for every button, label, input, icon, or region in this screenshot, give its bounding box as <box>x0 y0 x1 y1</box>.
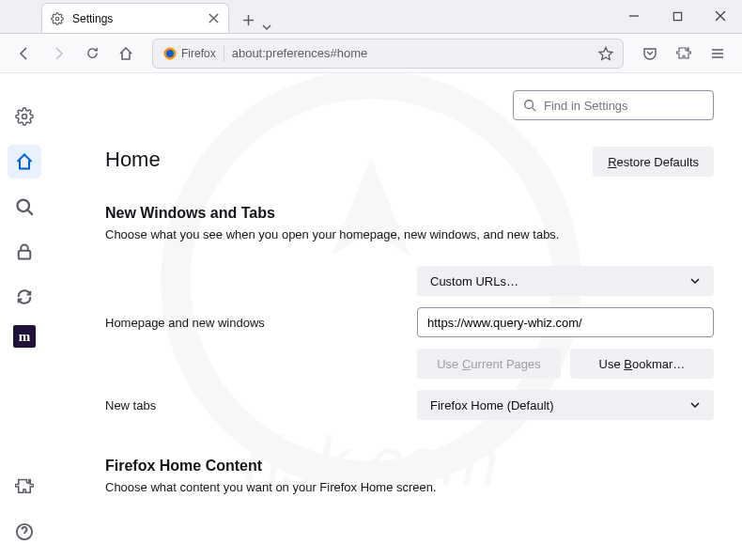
svg-rect-8 <box>19 251 31 259</box>
firefox-icon: Firefox <box>162 46 216 61</box>
sidebar-item-sync[interactable] <box>8 280 41 314</box>
newtabs-dropdown[interactable]: Firefox Home (Default) <box>417 390 714 420</box>
page-title: Home <box>105 148 161 172</box>
sidebar-item-help[interactable] <box>8 515 41 549</box>
homepage-url-input[interactable] <box>427 308 703 336</box>
tabs-dropdown-icon[interactable] <box>261 22 272 33</box>
svg-point-7 <box>18 200 30 212</box>
newtabs-label: New tabs <box>105 398 398 412</box>
restore-defaults-button[interactable]: Restore Defaults <box>593 147 714 177</box>
svg-point-6 <box>23 115 27 119</box>
browser-tab[interactable]: Settings <box>41 3 229 33</box>
find-in-settings[interactable] <box>513 90 714 120</box>
home-button[interactable] <box>111 39 141 69</box>
settings-sidebar: m <box>0 73 49 560</box>
homepage-url-field[interactable] <box>417 307 714 337</box>
sidebar-item-privacy[interactable] <box>8 235 41 269</box>
minimize-button[interactable] <box>612 0 656 33</box>
gear-icon <box>50 11 65 26</box>
app-menu-button[interactable] <box>703 39 733 69</box>
use-bookmark-button[interactable]: Use Bookmar… <box>570 349 714 379</box>
brand-label: Firefox <box>181 47 216 60</box>
svg-point-5 <box>166 50 174 57</box>
section-subtext: Choose what content you want on your Fir… <box>105 480 714 494</box>
dropdown-value: Custom URLs… <box>430 274 518 288</box>
homepage-mode-dropdown[interactable]: Custom URLs… <box>417 266 714 296</box>
new-tab-button[interactable] <box>235 7 261 33</box>
close-icon[interactable] <box>206 11 221 26</box>
url-text[interactable]: about:preferences#home <box>232 46 591 60</box>
window-controls <box>612 0 742 33</box>
close-window-button[interactable] <box>699 0 742 33</box>
dropdown-value: Firefox Home (Default) <box>430 398 553 412</box>
window-titlebar: Settings <box>0 0 742 34</box>
pocket-button[interactable] <box>635 39 665 69</box>
maximize-button[interactable] <box>656 0 699 33</box>
sidebar-item-home[interactable] <box>8 145 41 179</box>
section-subtext: Choose what you see when you open your h… <box>105 227 714 241</box>
address-bar[interactable]: Firefox about:preferences#home <box>152 39 624 69</box>
chevron-down-icon <box>689 399 701 411</box>
back-button[interactable] <box>9 39 39 69</box>
chevron-down-icon <box>689 275 701 287</box>
search-input[interactable] <box>544 99 703 113</box>
browser-toolbar: Firefox about:preferences#home <box>0 34 742 73</box>
svg-point-2 <box>55 17 59 21</box>
extensions-button[interactable] <box>669 39 699 69</box>
sidebar-item-extensions[interactable] <box>8 470 41 504</box>
sidebar-item-general[interactable] <box>8 100 41 133</box>
svg-rect-3 <box>673 12 681 20</box>
settings-main: Home Restore Defaults New Windows and Ta… <box>49 73 742 560</box>
search-icon <box>523 99 536 112</box>
forward-button[interactable] <box>43 39 73 69</box>
sidebar-item-search[interactable] <box>8 190 41 224</box>
svg-point-10 <box>525 101 533 109</box>
reload-button[interactable] <box>77 39 107 69</box>
homepage-label: Homepage and new windows <box>105 316 398 330</box>
mozilla-logo-icon[interactable]: m <box>13 325 36 348</box>
urlbar-divider <box>224 45 224 62</box>
section-heading: Firefox Home Content <box>105 458 714 474</box>
use-current-pages-button[interactable]: Use Current Pages <box>417 349 561 379</box>
tab-title: Settings <box>72 12 198 25</box>
section-heading: New Windows and Tabs <box>105 205 714 222</box>
bookmark-star-icon[interactable] <box>598 46 613 61</box>
